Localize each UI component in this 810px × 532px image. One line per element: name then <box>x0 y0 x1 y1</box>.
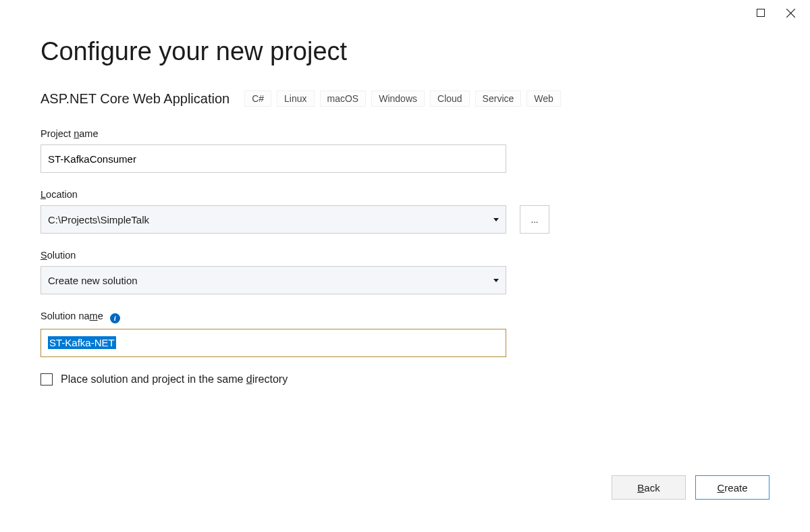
tag: Service <box>475 90 522 107</box>
solution-value: Create new solution <box>48 275 138 286</box>
chevron-down-icon <box>493 218 499 221</box>
tag: Cloud <box>430 90 470 107</box>
same-directory-label: Place solution and project in the same d… <box>61 373 288 385</box>
location-value: C:\Projects\SimpleTalk <box>48 214 149 225</box>
tag: C# <box>244 90 271 107</box>
template-name: ASP.NET Core Web Application <box>40 91 230 107</box>
location-dropdown[interactable]: C:\Projects\SimpleTalk <box>40 205 506 234</box>
solution-name-value: ST-Kafka-NET <box>48 336 116 349</box>
solution-dropdown[interactable]: Create new solution <box>40 266 506 294</box>
project-name-input[interactable] <box>40 144 506 173</box>
maximize-icon[interactable] <box>756 8 765 18</box>
project-name-label: Project name <box>40 128 770 139</box>
tag: Linux <box>277 90 314 107</box>
svg-rect-0 <box>757 9 765 17</box>
solution-name-input[interactable]: ST-Kafka-NET <box>40 329 506 357</box>
solution-name-label: Solution name i <box>40 311 770 323</box>
location-label: Location <box>40 189 770 200</box>
close-icon[interactable] <box>786 8 795 18</box>
page-title: Configure your new project <box>40 37 770 66</box>
solution-label: Solution <box>40 250 770 261</box>
tag: Web <box>526 90 561 107</box>
chevron-down-icon <box>493 279 499 282</box>
create-button[interactable]: Create <box>695 475 770 500</box>
browse-button[interactable]: ... <box>520 205 549 234</box>
tag: Windows <box>371 90 425 107</box>
template-tags: C# Linux macOS Windows Cloud Service Web <box>244 90 561 107</box>
info-icon[interactable]: i <box>110 313 120 323</box>
back-button[interactable]: Back <box>612 475 686 500</box>
same-directory-checkbox[interactable] <box>40 373 53 385</box>
tag: macOS <box>320 90 367 107</box>
